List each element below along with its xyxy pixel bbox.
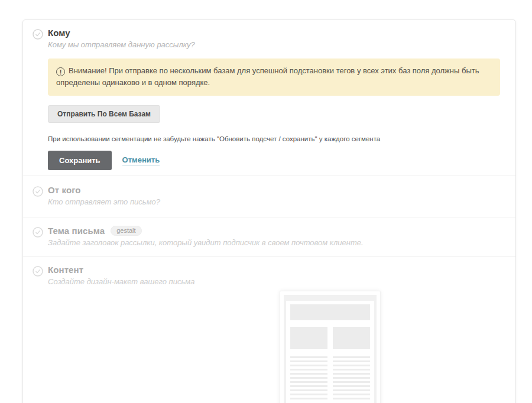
preview-image-block: [333, 327, 370, 349]
subject-badge: gestalt: [111, 226, 141, 236]
section-content[interactable]: Контент Создайте дизайн-макет вашего пис…: [23, 256, 515, 403]
preview-text-column: [333, 356, 370, 400]
warning-text: Внимание! При отправке по нескольким баз…: [56, 66, 479, 87]
preview-text-columns: [290, 356, 370, 400]
section-title-from: От кого: [48, 185, 499, 195]
preview-frame: [284, 295, 377, 403]
section-title-subject: Тема письма: [48, 226, 105, 236]
preview-image-block: [290, 327, 327, 349]
section-subtitle-to: Кому мы отправляем данную рассылку?: [48, 40, 499, 49]
action-row: Сохранить Отменить: [48, 151, 499, 170]
cancel-link[interactable]: Отменить: [122, 155, 160, 165]
section-title-content: Контент: [48, 265, 499, 275]
exclamation-circle-icon: !: [56, 67, 65, 76]
save-button[interactable]: Сохранить: [48, 151, 112, 170]
check-circle-icon: [33, 29, 43, 40]
preview-image-row: [290, 327, 370, 349]
section-subtitle-content: Создайте дизайн-макет вашего письма: [48, 277, 499, 286]
check-circle-icon: [33, 266, 43, 277]
warning-callout: !Внимание! При отправке по нескольким ба…: [48, 58, 500, 96]
check-circle-icon: [33, 186, 43, 197]
email-template-preview: [280, 291, 381, 403]
section-subject[interactable]: Тема письма gestalt Задайте заголовок ра…: [23, 217, 515, 256]
section-from[interactable]: От кого Кто отправляет это письмо?: [23, 175, 515, 217]
send-all-lists-button[interactable]: Отправить По Всем Базам: [48, 105, 160, 123]
section-subtitle-from: Кто отправляет это письмо?: [48, 197, 499, 206]
section-title-to: Кому: [48, 28, 499, 38]
subject-title-row: Тема письма gestalt: [48, 226, 499, 236]
campaign-setup-card: Кому Кому мы отправляем данную рассылку?…: [22, 20, 516, 403]
preview-header-block: [290, 304, 370, 320]
segmentation-note: При использовании сегментации не забудьт…: [48, 135, 499, 142]
preview-text-column: [290, 356, 327, 400]
preview-page: [286, 301, 374, 403]
section-to: Кому Кому мы отправляем данную рассылку?…: [23, 20, 515, 175]
check-circle-icon: [33, 227, 43, 238]
section-subtitle-subject: Задайте заголовок рассылки, который увид…: [48, 238, 499, 247]
